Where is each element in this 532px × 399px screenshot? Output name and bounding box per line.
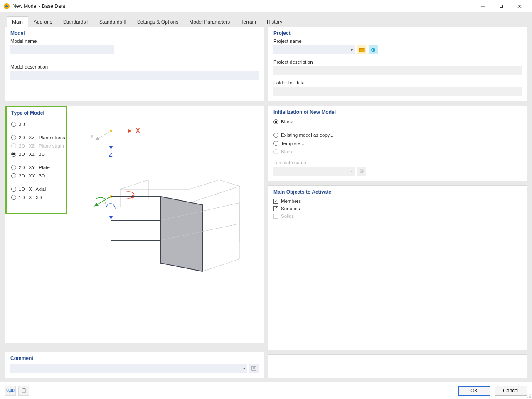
label-template-name: Template name [273,160,522,165]
svg-text:X: X [136,127,140,134]
model-preview-diagram [86,178,252,282]
radio-icon [273,141,278,146]
tab-standards-i[interactable]: Standards I [58,16,94,27]
checkbox-icon [273,214,278,219]
label-project-description: Project description [273,59,522,64]
tab-settings-options[interactable]: Settings & Options [132,16,184,27]
clipboard-button[interactable] [18,386,29,396]
svg-point-39 [529,396,530,397]
radio-type-1d-x-3d[interactable]: 1D | X | 3D [11,193,69,202]
radio-label: 2D | XZ | Plane strain [19,143,64,148]
radio-label: 2D | XY | 3D [19,173,45,178]
comment-combo[interactable]: ▾ [10,364,247,373]
checkbox-icon [273,199,278,204]
checkbox-members[interactable]: Members [273,197,522,205]
radio-icon [11,122,16,127]
close-button[interactable] [510,0,529,12]
cancel-button[interactable]: Cancel [495,386,527,396]
radio-label: 2D | XY | Plate [19,165,50,170]
radio-label: Blank [281,119,293,124]
svg-line-24 [202,259,240,271]
radio-icon [11,143,16,148]
panel-main-objects: Main Objects to Activate MembersSurfaces… [268,185,527,350]
radio-label: Template... [281,141,304,146]
panel-project: Project Project name ▾ C Project descrip… [268,27,527,101]
template-name-combo: ▾ [273,167,355,176]
svg-text:Y: Y [90,133,94,140]
project-cloud-button[interactable]: C [369,45,378,54]
units-button[interactable]: 0,00 [5,386,16,396]
radio-type-2d-xz-3d[interactable]: 2D | XZ | 3D [11,150,69,158]
radio-label: 1D | X | 3D [19,195,42,200]
radio-icon [11,173,16,178]
maximize-button[interactable] [492,0,510,12]
tab-model-parameters[interactable]: Model Parameters [184,16,235,27]
tab-main[interactable]: Main [7,16,28,27]
tab-add-ons[interactable]: Add-ons [28,16,58,27]
panel-comment: Comment ▾ [5,352,264,378]
checkbox-label: Surfaces [281,206,300,211]
section-title-type: Type of Model [11,110,258,116]
svg-marker-21 [161,197,202,271]
radio-label: 3D [19,122,25,127]
svg-point-37 [530,396,531,397]
svg-rect-34 [22,389,25,393]
template-cloud-button: C [357,167,366,176]
panel-spacer-right [268,354,527,378]
minimize-button[interactable] [474,0,492,12]
radio-init-existing-model-as-copy-[interactable]: Existing model as copy... [273,131,522,139]
section-title-comment: Comment [10,355,259,361]
radio-label: Block... [281,149,297,154]
coordinate-axes-diagram: X Z Y [86,123,144,160]
radio-label: 2D | XZ | 3D [19,152,45,157]
radio-init-blank[interactable]: Blank [273,118,522,126]
radio-icon [11,187,16,192]
chevron-down-icon: ▾ [243,366,245,371]
radio-label: 2D | XZ | Plane stress [19,135,65,140]
checkbox-solids: Solids [273,212,522,220]
radio-label: Existing model as copy... [281,133,333,138]
svg-point-40 [529,397,530,398]
radio-type-2d-xy-3d[interactable]: 2D | XY | 3D [11,172,69,180]
chevron-down-icon: ▾ [351,169,353,174]
checkbox-surfaces[interactable]: Surfaces [273,205,522,212]
project-name-combo[interactable]: ▾ [273,45,355,54]
app-icon [3,3,10,10]
radio-type-2d-xz-plane-stress[interactable]: 2D | XZ | Plane stress [11,133,69,142]
radio-icon [273,133,278,138]
tab-terrain[interactable]: Terrain [235,16,261,27]
radio-init-block-: Block... [273,148,522,156]
radio-icon [11,195,16,200]
radio-label: 1D | X | Axial [19,187,46,192]
project-manager-button[interactable] [357,45,366,54]
resize-grip-icon[interactable] [526,393,531,398]
section-title-model: Model [10,30,259,36]
model-description-input[interactable] [10,71,259,80]
tabstrip: MainAdd-onsStandards IStandards IISettin… [0,12,532,27]
checkbox-label: Solids [281,214,294,219]
comment-edit-button[interactable] [249,364,259,373]
section-title-project: Project [273,30,522,36]
label-folder-for-data: Folder for data [273,80,522,85]
window-title: New Model - Base Data [12,3,65,9]
radio-type-2d-xy-plate[interactable]: 2D | XY | Plate [11,163,69,172]
radio-icon [273,119,278,124]
radio-type-3d[interactable]: 3D [11,120,69,128]
svg-point-38 [530,397,531,398]
radio-type-1d-x-axial[interactable]: 1D | X | Axial [11,185,69,193]
panel-initialization: Initialization of New Model BlankExistin… [268,106,527,181]
radio-icon [11,152,16,157]
svg-text:C: C [372,48,374,52]
model-name-input[interactable] [10,45,114,54]
tab-standards-ii[interactable]: Standards II [94,16,132,27]
label-project-name: Project name [273,39,522,44]
section-title-main-objects: Main Objects to Activate [273,189,522,195]
checkbox-icon [273,206,278,211]
tab-history[interactable]: History [261,16,288,27]
svg-rect-2 [500,5,503,7]
project-description-display [273,66,522,75]
panel-model: Model Model name Model description [5,27,264,101]
ok-button[interactable]: OK [458,386,490,396]
radio-init-template-[interactable]: Template... [273,139,522,148]
svg-rect-29 [359,48,362,49]
